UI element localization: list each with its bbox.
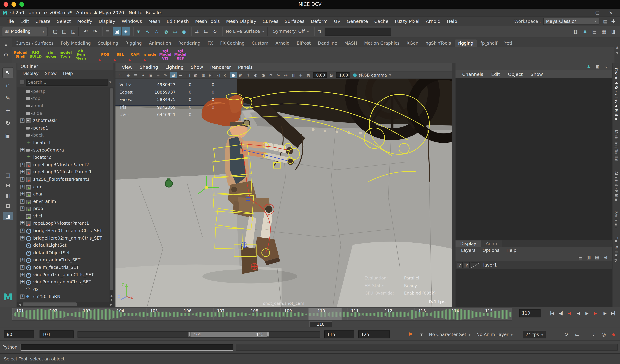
window-close-button[interactable]: × xyxy=(604,10,618,15)
shelf-tab[interactable]: Poly Modeling xyxy=(57,39,94,47)
shelf-tab[interactable]: XGen xyxy=(403,39,422,47)
snap-to-view-planes-icon[interactable]: ▭ xyxy=(171,27,179,36)
outliner-item[interactable]: defaultObjectSet xyxy=(17,249,109,256)
outliner-filter-icon[interactable] xyxy=(20,80,25,85)
shadows-icon[interactable]: ◐ xyxy=(252,72,259,78)
scroll-right-icon[interactable]: ▶ xyxy=(109,303,113,306)
playback-end-field[interactable]: 115 xyxy=(324,331,354,338)
window-maximize-button[interactable]: ▢ xyxy=(591,10,604,15)
chevron-down-icon[interactable]: ▾ xyxy=(418,331,426,338)
menu-item[interactable]: Deform xyxy=(308,17,331,26)
outliner-item[interactable]: char xyxy=(17,190,109,198)
range-start-handle[interactable] xyxy=(188,332,190,337)
expand-toggle-icon[interactable] xyxy=(20,162,25,167)
shelf-tab[interactable]: Sculpting xyxy=(94,39,122,47)
move-tool-button[interactable]: + xyxy=(2,105,13,116)
range-end-handle[interactable] xyxy=(267,332,269,337)
toggle-channel-box-icon[interactable]: ◨ xyxy=(609,27,618,36)
shelf-tab[interactable]: Motion Graphics xyxy=(361,39,403,47)
scrollbar-track[interactable] xyxy=(22,302,109,307)
layer-row[interactable]: V P layer1 xyxy=(456,262,612,269)
menu-item[interactable]: Lighting xyxy=(162,64,187,70)
scrollbar-thumb[interactable] xyxy=(110,88,113,290)
two-pane-side-layout-button[interactable]: ◧ xyxy=(3,191,13,200)
lasso-select-tool-button[interactable]: ∩ xyxy=(2,80,13,91)
toggle-tool-settings-icon[interactable]: ▦ xyxy=(600,27,608,36)
horizontal-scrollbar[interactable]: ◀ ▶ xyxy=(17,302,113,307)
toolbar-separator[interactable] xyxy=(131,27,134,36)
vertical-scrollbar[interactable]: ▲▼ xyxy=(109,88,113,302)
expand-toggle-icon[interactable] xyxy=(20,207,25,211)
layer-editor-icon[interactable]: ▤ xyxy=(577,255,584,261)
menu-item[interactable]: Panels xyxy=(235,64,256,70)
menu-item[interactable]: File xyxy=(3,17,17,26)
numeric-input-field[interactable] xyxy=(325,28,391,35)
film-gate-icon[interactable]: ▬ xyxy=(177,72,184,78)
shelf-tab[interactable]: ngSkinTools xyxy=(422,39,455,47)
sidebar-tab[interactable]: Channel Box / Layer Editor xyxy=(613,63,620,125)
outliner-item[interactable]: locator2 xyxy=(17,154,109,161)
scrollbar-thumb[interactable] xyxy=(23,302,77,306)
scale-tool-button[interactable]: ▣ xyxy=(2,130,13,141)
exposure-icon[interactable]: ◓ xyxy=(305,72,312,78)
expand-toggle-icon[interactable] xyxy=(20,199,25,204)
shelf-tab[interactable]: Yeti xyxy=(501,39,516,47)
shelf-scroll-down-icon[interactable]: ▼ xyxy=(616,51,619,55)
outliner-item[interactable]: vineProp:m_animCtrls_SET xyxy=(17,278,109,286)
outliner-item[interactable]: persp1 xyxy=(17,124,109,132)
image-plane-icon[interactable]: ▣ xyxy=(147,72,154,78)
shelf-tab[interactable]: Curves / Surfaces xyxy=(12,39,57,47)
chevron-down-icon[interactable]: ▾ xyxy=(109,80,111,84)
ambient-occlusion-icon[interactable]: ◑ xyxy=(260,72,267,78)
animation-end-field[interactable]: 125 xyxy=(358,331,390,338)
fps-selector[interactable]: 24 fps xyxy=(523,331,546,338)
menu-item[interactable]: View xyxy=(119,64,136,70)
menu-item[interactable]: Shading xyxy=(137,64,161,70)
resolution-gate-icon[interactable]: ◫ xyxy=(185,72,192,78)
open-scene-icon[interactable]: ◱ xyxy=(60,27,68,36)
menu-set-selector[interactable]: Modeling xyxy=(2,27,47,36)
camera-icon[interactable]: ▣ xyxy=(594,64,601,70)
shelf-tab[interactable]: Custom xyxy=(248,39,272,47)
menu-item[interactable]: Generate xyxy=(344,17,371,26)
shelf-tab[interactable]: Deadline xyxy=(314,39,341,47)
channel-box-content[interactable] xyxy=(456,78,612,240)
search-input[interactable] xyxy=(26,79,108,86)
shelf-tab[interactable]: MASH xyxy=(341,39,361,47)
shelf-rig-picker-button[interactable]: rig picker xyxy=(44,48,58,62)
menu-item[interactable]: Mesh xyxy=(145,17,163,26)
panel-splitter[interactable] xyxy=(113,63,115,306)
play-backwards-button[interactable]: ◀ xyxy=(574,309,582,318)
playback-start-field[interactable]: 101 xyxy=(40,331,74,338)
time-slider-ruler[interactable]: 1011021031041051061071081091101111121131… xyxy=(12,307,512,320)
single-pane-layout-button[interactable]: □ xyxy=(3,171,13,179)
make-object-live-icon[interactable]: ◉ xyxy=(180,27,188,36)
snap-to-grids-icon[interactable]: ⊞ xyxy=(135,27,143,36)
shelf-tab[interactable]: FX Caching xyxy=(217,39,248,47)
shelf-scroll-up-icon[interactable]: ▲ xyxy=(616,45,619,49)
toolbar-separator[interactable] xyxy=(78,27,81,36)
expand-toggle-icon[interactable] xyxy=(20,148,25,152)
outliner-item[interactable]: envr_anim xyxy=(17,198,109,205)
smooth-shade-icon[interactable]: ● xyxy=(230,72,237,78)
exposure-field[interactable]: 0.00 xyxy=(313,72,326,78)
menu-item[interactable]: Create xyxy=(32,17,54,26)
shelf-tab[interactable]: Rigging xyxy=(122,39,145,47)
gate-mask-icon[interactable]: ▩ xyxy=(192,72,199,78)
range-slider-track[interactable]: 101 115 xyxy=(78,331,320,338)
panel-splitter[interactable] xyxy=(16,63,17,306)
two-pane-stacked-layout-button[interactable]: ⊟ xyxy=(3,201,13,210)
select-by-object-icon[interactable]: ▣ xyxy=(113,27,121,36)
menu-item[interactable]: Show xyxy=(188,64,206,70)
expand-toggle-icon[interactable] xyxy=(20,258,25,262)
menu-item[interactable]: Display xyxy=(20,70,41,77)
snap-to-points-icon[interactable]: ∴ xyxy=(153,27,161,36)
layer-color-swatch[interactable] xyxy=(471,262,480,268)
redo-icon[interactable]: ↷ xyxy=(91,27,99,36)
expand-toggle-icon[interactable] xyxy=(20,273,25,277)
toggle-humanik-icon[interactable]: ♟ xyxy=(581,27,589,36)
animation-start-field[interactable]: 80 xyxy=(4,331,34,338)
menu-item[interactable]: Select xyxy=(54,17,74,26)
shelf-model-ref-button[interactable]: tgl Model REF xyxy=(173,48,187,62)
expand-toggle-icon[interactable] xyxy=(20,229,25,233)
